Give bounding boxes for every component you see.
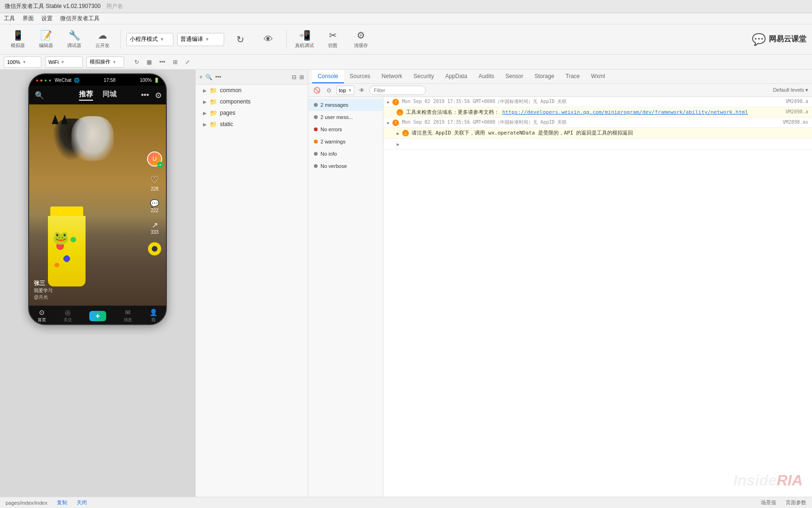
compile-dropdown-arrow: ▼ <box>205 37 210 42</box>
tab-audits[interactable]: Audits <box>473 70 500 83</box>
tab-trace[interactable]: Trace <box>560 70 586 83</box>
nav-follow[interactable]: ◎ 关注 <box>63 309 72 323</box>
tab-wxml[interactable]: Wxml <box>586 70 611 83</box>
menu-interface[interactable]: 界面 <box>23 15 34 23</box>
expand-btn[interactable]: ⊞ <box>299 74 304 80</box>
username-display: 用户名 <box>106 2 123 10</box>
console-toolbar: 🚫 ⊙ top ▼ 👁 Default levels ▾ <box>308 84 812 97</box>
wechat-search-icon[interactable]: 🔍 <box>35 91 44 100</box>
expand-arrow-1[interactable]: ▶ <box>387 99 390 105</box>
status-dots: ●●●● WeChat 🌐 <box>36 78 79 83</box>
simulator-btn[interactable]: 📱 模拟器 <box>6 27 30 52</box>
cup-body: 🐸 <box>48 216 86 286</box>
nav-message[interactable]: ✉ 消息 <box>124 309 132 323</box>
page-params: 页面参数 <box>786 499 806 506</box>
share-icon: ↗ <box>151 221 159 230</box>
expand-arrow-2[interactable]: ▶ <box>387 120 390 126</box>
heart-container[interactable]: ♡ 228 <box>150 174 159 191</box>
arrow-5: ▶ <box>397 141 399 148</box>
preserve-log-btn[interactable]: ⊙ <box>324 86 334 95</box>
phone-panel: ●●●● WeChat 🌐 17:58 100% 🔋 🔍 推荐 同城 ••• <box>0 70 195 497</box>
music-disc[interactable] <box>148 242 161 255</box>
menu-settings[interactable]: 设置 <box>41 15 53 23</box>
nav-home[interactable]: ⊙ 首页 <box>38 309 46 323</box>
add-file-btn[interactable]: + <box>199 74 203 80</box>
network-select[interactable]: WiFi ▼ <box>45 56 83 68</box>
more-file-btn[interactable]: ••• <box>215 74 221 80</box>
eye-console-btn[interactable]: 👁 <box>357 86 367 95</box>
comment-container[interactable]: 💬 222 <box>150 199 159 213</box>
tab-nearby[interactable]: 同城 <box>102 90 117 101</box>
tab-appdata[interactable]: AppData <box>439 70 473 83</box>
tab-console[interactable]: Console <box>312 70 344 83</box>
tab-sensor[interactable]: Sensor <box>500 70 529 83</box>
zoom-arrow: ▼ <box>22 60 26 64</box>
menu-devtool[interactable]: 微信开发者工具 <box>60 15 100 23</box>
home-icon: ⊙ <box>39 309 45 316</box>
preview-eye-btn[interactable]: 👁 <box>256 27 281 52</box>
real-machine-btn[interactable]: 📲 真机调试 <box>292 27 317 52</box>
wechat-more-icon[interactable]: ••• <box>141 91 149 99</box>
dots-icon[interactable]: ••• <box>156 58 168 66</box>
context-selector[interactable]: top ▼ <box>336 86 354 95</box>
expand-icon[interactable]: ⤢ <box>182 58 193 66</box>
debugger-btn[interactable]: 🔧 调试器 <box>62 27 86 52</box>
follow-badge[interactable]: + <box>157 162 163 167</box>
tab-recommend[interactable]: 推荐 <box>79 90 93 101</box>
layout-icon[interactable]: ▦ <box>144 58 155 66</box>
compile-mode-select[interactable]: 普通编译 ▼ <box>177 33 224 46</box>
nav-plus-btn[interactable]: + <box>89 311 106 321</box>
tab-sources[interactable]: Sources <box>344 70 376 83</box>
copy-btn[interactable]: 复制 <box>57 499 67 506</box>
miniprogram-mode-select[interactable]: 小程序模式 ▼ <box>126 33 173 46</box>
cut-btn[interactable]: ✂ 切图 <box>320 27 345 52</box>
filter-warnings[interactable]: 2 warnings <box>308 135 383 148</box>
eye-icon: 👁 <box>264 34 273 45</box>
clear-console-btn[interactable]: 🚫 <box>312 86 321 95</box>
tool-icon[interactable]: ⊞ <box>170 58 180 66</box>
folder-name-components: components <box>220 98 250 105</box>
tab-network[interactable]: Network <box>376 70 408 83</box>
file-item-static[interactable]: ▶ 📁 static <box>195 119 308 130</box>
file-item-pages[interactable]: ▶ 📁 pages <box>195 107 308 119</box>
tab-storage[interactable]: Storage <box>529 70 560 83</box>
refresh-btn[interactable]: ↻ <box>228 27 252 52</box>
file-item-components[interactable]: ▶ 📁 components <box>195 96 308 107</box>
cup-overlay: 🐸 <box>39 206 95 291</box>
log-entry-5: ▶ <box>383 139 812 150</box>
tab-security[interactable]: Security <box>408 70 439 83</box>
filter-input[interactable] <box>369 86 426 95</box>
log-2-link[interactable]: https://developers.weixin.qq.com/minipro… <box>502 109 748 115</box>
nav-profile[interactable]: 👤 我 <box>149 309 157 323</box>
zoom-select[interactable]: 100% ▼ <box>4 56 41 68</box>
collapse-btn[interactable]: ⊟ <box>292 74 297 80</box>
editor-btn[interactable]: 📝 编辑器 <box>34 27 58 52</box>
filter-user-messages[interactable]: 2 user mess... <box>308 111 383 123</box>
level-selector-area: Default levels ▾ <box>773 87 808 93</box>
file-item-common[interactable]: ▶ 📁 common <box>195 85 308 96</box>
dropdown-arrow: ▼ <box>160 37 164 42</box>
close-btn[interactable]: 关闭 <box>77 499 87 506</box>
phone-wechat-bar: 🔍 推荐 同城 ••• ⊙ <box>29 86 166 104</box>
clean-btn[interactable]: ⚙ 清缓存 <box>349 27 373 52</box>
filter-errors[interactable]: No errors <box>308 123 383 135</box>
profile-icon: 👤 <box>149 309 157 316</box>
filter-info[interactable]: No info <box>308 148 383 160</box>
debugger-icon: 🔧 <box>69 30 80 41</box>
filter-all-messages[interactable]: 2 messages <box>308 99 383 111</box>
operation-select[interactable]: 模拟操作 ▼ <box>86 56 124 68</box>
level-label[interactable]: Default levels ▾ <box>773 87 808 93</box>
folder-name-pages: pages <box>220 110 235 116</box>
real-machine-icon: 📲 <box>299 30 311 41</box>
menu-tool[interactable]: 工具 <box>4 15 15 23</box>
wechat-camera-icon[interactable]: ⊙ <box>155 91 161 100</box>
file-tree-toolbar: + 🔍 ••• ⊟ ⊞ <box>195 70 308 85</box>
cloud-btn[interactable]: ☁ 云开发 <box>90 27 115 52</box>
rotate-icon[interactable]: ↻ <box>132 58 142 66</box>
search-file-btn[interactable]: 🔍 <box>205 74 212 80</box>
share-container[interactable]: ↗ 333 <box>151 221 159 235</box>
creator-avatar[interactable]: U + <box>147 151 162 167</box>
filter-verbose[interactable]: No verbose <box>308 160 383 172</box>
wechat-label: WeChat <box>55 78 71 83</box>
simulator-icon: 📱 <box>12 30 24 41</box>
